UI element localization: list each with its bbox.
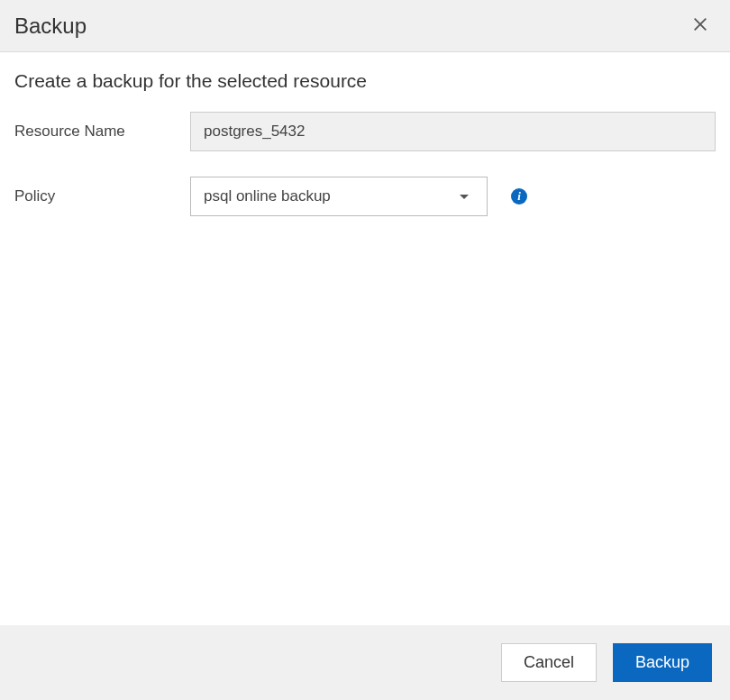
- resource-name-label: Resource Name: [14, 123, 190, 141]
- close-icon: [692, 16, 708, 32]
- backup-button[interactable]: Backup: [613, 643, 712, 682]
- policy-label: Policy: [14, 187, 190, 205]
- resource-name-field: postgres_5432: [190, 112, 716, 151]
- cancel-button[interactable]: Cancel: [501, 643, 597, 682]
- dialog-subtitle: Create a backup for the selected resourc…: [14, 70, 716, 92]
- policy-select-wrap: psql online backup: [190, 177, 488, 216]
- policy-select[interactable]: psql online backup: [190, 177, 488, 216]
- policy-row: Policy psql online backup i: [14, 177, 716, 216]
- dialog-header: Backup: [0, 0, 730, 52]
- dialog-body: Create a backup for the selected resourc…: [0, 52, 730, 625]
- policy-selected-value: psql online backup: [204, 187, 331, 205]
- close-button[interactable]: [689, 13, 712, 39]
- resource-name-row: Resource Name postgres_5432: [14, 112, 716, 151]
- dialog-footer: Cancel Backup: [0, 625, 730, 700]
- dialog-title: Backup: [14, 14, 87, 39]
- policy-info-wrap: i: [511, 188, 527, 205]
- resource-name-value: postgres_5432: [204, 123, 305, 141]
- chevron-down-icon: [460, 195, 469, 199]
- info-icon[interactable]: i: [511, 188, 527, 205]
